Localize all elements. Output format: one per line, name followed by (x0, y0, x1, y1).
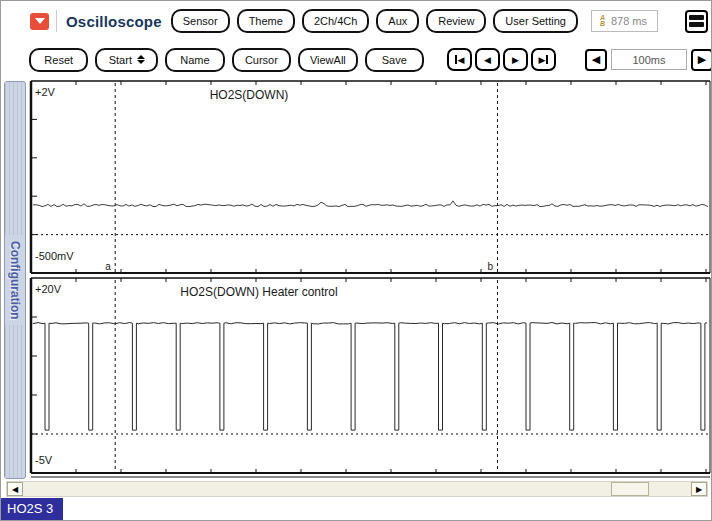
layout-menu-icon[interactable] (685, 10, 708, 33)
skip-to-start-button[interactable]: ◀ (447, 48, 472, 71)
elapsed-time-display: AB 878 ms (591, 10, 658, 32)
svg-text:b: b (487, 261, 493, 272)
start-spinner-icon[interactable] (137, 55, 145, 64)
oscilloscope-window: Oscilloscope Sensor Theme 2Ch/4Ch Aux Re… (0, 0, 712, 521)
ch1-top-scale-label: +2V (35, 86, 55, 98)
toolbar: Reset Start Name Cursor ViewAll Save ◀ ◀… (1, 41, 712, 78)
tab-grip-bottom (5, 325, 25, 478)
reset-button[interactable]: Reset (29, 48, 88, 72)
start-button[interactable]: Start (95, 48, 158, 72)
scroll-right-icon[interactable]: ▶ (691, 482, 707, 496)
cursor-button[interactable]: Cursor (232, 48, 291, 72)
aux-button[interactable]: Aux (376, 9, 419, 33)
ch2-top-scale-label: +20V (35, 283, 61, 295)
scope-canvas: ab (29, 79, 712, 481)
skip-to-end-button[interactable]: ▶ (531, 48, 556, 71)
ch1-bottom-scale-label: -500mV (35, 250, 74, 262)
configuration-tab-label: Configuration (8, 235, 22, 326)
scrollbar-thumb[interactable] (611, 482, 649, 496)
scrollbar-track[interactable] (23, 482, 691, 496)
horizontal-scrollbar[interactable]: ◀ ▶ (6, 481, 708, 497)
divider (56, 10, 57, 32)
user-setting-button[interactable]: User Setting (493, 9, 578, 33)
record-tab-ho2s3[interactable]: HO2S 3 (1, 498, 63, 520)
playback-controls: ◀ ◀ ▶ ▶ (447, 48, 556, 71)
ab-cursor-icon: AB (600, 15, 605, 27)
name-button[interactable]: Name (165, 48, 224, 72)
ch2-bottom-scale-label: -5V (35, 454, 52, 466)
channel-mode-button[interactable]: 2Ch/4Ch (302, 9, 369, 33)
viewall-button[interactable]: ViewAll (298, 48, 357, 72)
scroll-left-icon[interactable]: ◀ (7, 482, 23, 496)
theme-button[interactable]: Theme (237, 9, 295, 33)
tab-grip-top (5, 82, 25, 235)
ch1-title: HO2S(DOWN) (210, 88, 289, 102)
step-back-button[interactable]: ◀ (475, 48, 500, 71)
time-scale-control: ◀ 100ms ▶ (585, 49, 712, 71)
sensor-button[interactable]: Sensor (171, 9, 230, 33)
time-scale-increase-button[interactable]: ▶ (691, 49, 712, 71)
ch2-title: HO2S(DOWN) Heater control (180, 285, 337, 299)
time-scale-decrease-button[interactable]: ◀ (585, 49, 607, 71)
app-title: Oscilloscope (64, 13, 164, 30)
play-button[interactable]: ▶ (503, 48, 528, 71)
elapsed-time-value: 878 ms (611, 15, 647, 27)
save-button[interactable]: Save (365, 48, 424, 72)
configuration-tab[interactable]: Configuration (4, 81, 26, 479)
app-dropdown-icon[interactable] (30, 13, 49, 30)
review-button[interactable]: Review (426, 9, 486, 33)
top-bar: Oscilloscope Sensor Theme 2Ch/4Ch Aux Re… (1, 1, 712, 41)
svg-text:a: a (105, 261, 111, 272)
status-bar: HO2S 3 (1, 498, 712, 521)
time-scale-value: 100ms (611, 49, 687, 70)
